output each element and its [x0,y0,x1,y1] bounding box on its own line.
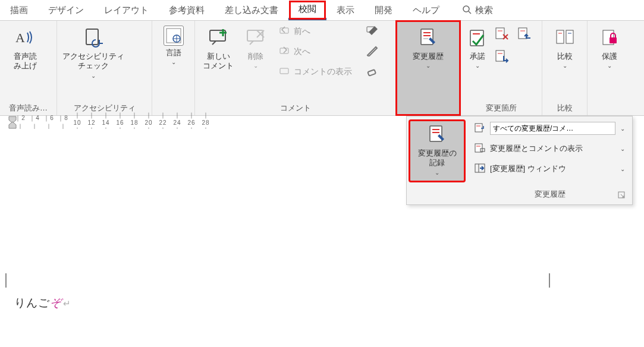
chevron-down-icon: ⌄ [620,166,625,172]
chevron-down-icon: ⌄ [563,62,567,69]
language-button[interactable]: 言語 ⌄ [156,23,191,68]
read-aloud-button[interactable]: A 音声読 み上げ [4,23,46,74]
svg-rect-20 [367,70,376,76]
group-label-changes: 変更箇所 [460,102,542,115]
chevron-down-icon: ⌄ [253,62,258,69]
svg-marker-42 [9,122,16,128]
chevron-down-icon: ⌄ [475,62,480,69]
ink-comment-button[interactable] [363,23,382,40]
new-comment-button[interactable]: 新しい コメント [199,23,238,74]
chevron-down-icon: ⌄ [435,169,439,176]
document-text[interactable]: りんごぞ↵ [14,295,71,311]
ruler-tick: ｜8｜ [56,114,70,131]
svg-line-1 [469,11,471,14]
svg-rect-21 [421,29,433,45]
next-comment-label: 次へ [294,46,310,57]
previous-comment-icon [279,26,290,37]
indent-marker[interactable] [8,116,17,129]
new-comment-icon [206,26,230,49]
next-comment-button[interactable]: 次へ [276,43,356,60]
reviewing-pane-button[interactable]: [変更履歴] ウィンドウ ⌄ [471,160,629,177]
svg-rect-36 [566,30,573,43]
eraser-button[interactable] [363,64,382,80]
tab-developer[interactable]: 開発 [365,0,403,20]
page-margin-right [549,273,550,288]
group-label-comments: コメント [195,102,395,115]
tab-view[interactable]: 表示 [326,0,365,20]
new-comment-label: 新しい コメント [203,52,234,71]
track-changes-icon [416,26,440,49]
language-label: 言語 [166,48,181,58]
page-margin-left [5,273,7,288]
svg-rect-27 [496,28,504,39]
previous-comment-button[interactable]: 前へ [276,23,356,40]
paragraph-mark-icon: ↵ [63,299,71,308]
track-changes-record-button[interactable]: 変更履歴の 記録 ⌄ [409,120,465,182]
track-changes-record-label: 変更履歴の 記録 [418,149,457,168]
tab-help[interactable]: ヘルプ [403,0,450,20]
chevron-down-icon: ⌄ [91,72,96,79]
show-markup-button[interactable]: 変更履歴とコメントの表示 ⌄ [471,140,629,157]
ruler-tick: ｜6｜ [42,114,56,131]
delete-comment-button[interactable]: 削除 ⌄ [239,23,272,71]
body-run: りんご [14,296,50,309]
inserted-text: ぞ [50,296,62,309]
svg-text:A: A [15,30,25,45]
dialog-launcher-icon[interactable] [618,191,626,200]
chevron-down-icon: ⌄ [620,125,625,132]
svg-rect-12 [247,30,263,41]
next-change-button[interactable] [493,47,511,65]
svg-rect-31 [519,28,527,39]
svg-rect-18 [280,68,288,74]
search-icon [462,5,472,16]
tab-mailings[interactable]: 差し込み文書 [215,0,288,20]
chevron-down-icon: ⌄ [426,62,431,69]
accept-button[interactable]: 承諾 ⌄ [464,23,491,71]
chevron-down-icon: ⌄ [607,62,612,69]
delete-comment-icon [244,26,268,49]
read-aloud-label: 音声読 み上げ [14,52,37,71]
compare-label: 比較 [557,52,573,61]
compare-button[interactable]: 比較 ⌄ [546,23,583,71]
reject-button[interactable] [493,24,511,42]
show-comments-button[interactable]: コメントの表示 [276,64,356,80]
protect-label: 保護 [602,52,617,61]
chevron-down-icon: ⌄ [171,59,176,65]
track-changes-label: 変更履歴 [413,52,444,61]
search-label: 検索 [475,5,493,16]
tab-design[interactable]: デザイン [38,0,94,20]
eraser-icon [366,66,378,78]
accessibility-check-button[interactable]: アクセシビリティ チェック ⌄ [61,23,126,81]
track-changes-button[interactable]: 変更履歴 ⌄ [400,23,456,71]
reviewing-pane-label: [変更履歴] ウィンドウ [490,163,566,174]
group-label-compare: 比較 [542,102,587,115]
search-box[interactable]: 検索 [452,0,503,20]
reviewing-pane-icon [475,163,485,175]
tab-review[interactable]: 校閲 [288,0,326,20]
pen-button[interactable] [363,43,382,60]
display-for-review-select[interactable]: ⌄ [471,120,629,137]
previous-change-button[interactable] [516,24,533,42]
previous-comment-label: 前へ [294,26,310,37]
tab-draw[interactable]: 描画 [0,0,38,20]
chevron-down-icon: ⌄ [620,146,625,152]
tab-layout[interactable]: レイアウト [94,0,159,20]
svg-point-0 [463,6,469,12]
show-comments-label: コメントの表示 [294,67,352,77]
accept-label: 承諾 [470,52,485,61]
svg-rect-40 [610,37,617,43]
show-markup-label: 変更履歴とコメントの表示 [490,143,583,154]
tab-references[interactable]: 参考資料 [159,0,215,20]
show-comments-icon [279,67,290,78]
dropdown-footer-label: 変更履歴 [535,189,566,200]
pen-icon [366,46,378,58]
svg-rect-43 [430,126,442,141]
svg-rect-46 [475,124,482,132]
protect-button[interactable]: 保護 ⌄ [591,23,628,71]
delete-comment-label: 削除 [248,52,263,61]
track-changes-dropdown: 変更履歴の 記録 ⌄ ⌄ 変更履歴とコメントの表示 ⌄ [変更履歴] ウィンドウ… [406,116,633,205]
track-changes-record-icon [425,122,449,146]
svg-rect-33 [496,51,504,61]
next-comment-icon [279,46,290,58]
display-for-review-value[interactable] [490,122,615,135]
